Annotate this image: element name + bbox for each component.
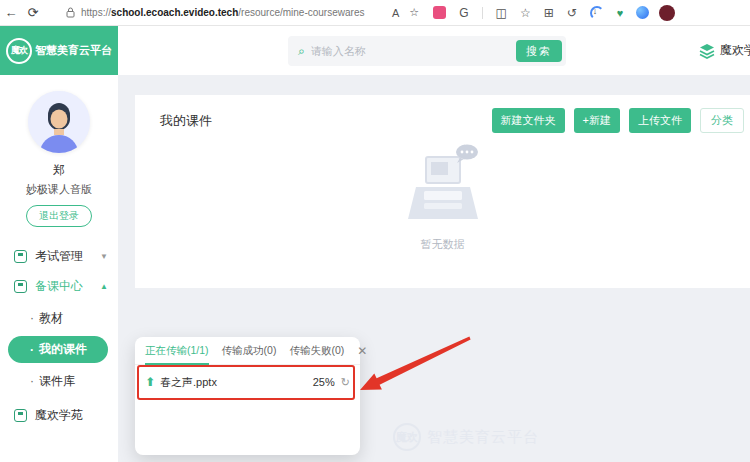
page-title: 我的课件 [160, 112, 212, 130]
platform-logo: 魔欢 智慧美育云平台 [0, 26, 118, 75]
sidebar-menu: 考试管理 ▼ 备课中心 ▲ · 教材 · 我的课件 · 课件库 [0, 241, 118, 430]
split-screen-icon[interactable]: ◫ [496, 6, 507, 20]
favorites-hub-icon[interactable]: ☆ [520, 6, 531, 20]
logo-text: 智慧美育云平台 [35, 43, 112, 58]
user-subtitle: 妙极课人音版 [0, 182, 118, 197]
layers-icon [699, 43, 715, 59]
browser-profile-avatar[interactable] [659, 5, 675, 21]
search-input[interactable] [311, 45, 516, 57]
menu-label: 备课中心 [35, 278, 83, 295]
user-avatar [28, 91, 90, 153]
empty-state-text: 暂无数据 [135, 237, 750, 252]
favorite-star-icon[interactable]: ☆ [409, 6, 419, 19]
toolbar: 新建文件夹 +新建 上传文件 分类 [492, 108, 744, 133]
sidebar: 郑 妙极课人音版 退出登录 考试管理 ▼ 备课中心 ▲ · 教材 · 我的课件 [0, 75, 118, 462]
sidebar-item-courseware-library[interactable]: · 课件库 [0, 368, 118, 394]
category-button[interactable]: 分类 [700, 108, 744, 133]
card-header: 我的课件 新建文件夹 +新建 上传文件 分类 [135, 95, 750, 133]
user-box: 郑 妙极课人音版 退出登录 [0, 75, 118, 227]
sidebar-item-exam-management[interactable]: 考试管理 ▼ [0, 241, 118, 271]
annotation-arrow [350, 330, 480, 400]
refresh-icon[interactable]: ⟳ [22, 5, 44, 20]
sub-item-label: 我的课件 [39, 341, 87, 358]
url-scheme: https:// [81, 7, 111, 18]
lesson-prep-icon [14, 280, 27, 293]
history-icon[interactable]: ↺ [567, 6, 577, 20]
chevron-down-icon: ▼ [100, 252, 108, 261]
new-button[interactable]: +新建 [574, 108, 620, 133]
search-button[interactable]: 搜索 [516, 40, 562, 62]
empty-box-icon [404, 143, 482, 227]
upload-arrow-icon: ⬆ [145, 375, 155, 389]
transfer-dialog: 正在传输(1/1) 传输成功(0) 传输失败(0) ✕ ⬆ 春之声.pptx 2… [135, 337, 360, 455]
logout-button[interactable]: 退出登录 [26, 205, 92, 227]
tab-transfer-failed[interactable]: 传输失败(0) [289, 337, 344, 365]
watermark: 魔欢 智慧美育云平台 [393, 423, 539, 451]
upload-row[interactable]: ⬆ 春之声.pptx 25% ↻ [135, 365, 360, 399]
address-bar[interactable]: https://school.ecoach.evideo.tech/resour… [58, 3, 388, 23]
menu-label: 考试管理 [35, 248, 83, 265]
transfer-tabs: 正在传输(1/1) 传输成功(0) 传输失败(0) ✕ [135, 337, 360, 365]
sidebar-item-mohuan-academy[interactable]: 魔欢学苑 [0, 400, 118, 430]
collections-icon[interactable]: ⊞ [544, 6, 554, 20]
back-icon[interactable]: ← [0, 5, 22, 20]
sub-item-label: 课件库 [39, 373, 75, 390]
sidebar-item-my-coursewares[interactable]: · 我的课件 [8, 336, 108, 363]
upload-file-button[interactable]: 上传文件 [629, 108, 691, 133]
main-content-card: 我的课件 新建文件夹 +新建 上传文件 分类 暂无数据 [135, 95, 750, 288]
empty-state: 暂无数据 [135, 143, 750, 252]
browser-essentials-icon[interactable]: ♥ [617, 7, 624, 19]
browser-chrome: ← ⟳ https://school.ecoach.evideo.tech/re… [0, 0, 750, 26]
exam-management-icon [14, 250, 27, 263]
extension-g-icon[interactable]: G [459, 6, 468, 20]
extension-badge-icon[interactable] [433, 6, 446, 19]
menu-label: 魔欢学苑 [35, 407, 83, 424]
sidebar-item-lesson-prep-center[interactable]: 备课中心 ▲ [0, 271, 118, 301]
read-aloud-icon[interactable]: A [392, 7, 399, 19]
downloads-icon[interactable]: ↓ [590, 6, 604, 20]
watermark-text: 智慧美育云平台 [427, 428, 539, 447]
upload-progress: 25% [313, 376, 335, 388]
sub-item-label: 教材 [39, 310, 63, 327]
url-host: school.ecoach.evideo.tech [111, 7, 238, 18]
close-icon[interactable]: ✕ [357, 344, 367, 358]
chevron-up-icon: ▲ [100, 282, 108, 291]
url-path: /resource/mine-coursewares [238, 7, 364, 18]
lock-icon [66, 7, 75, 18]
copilot-icon[interactable] [636, 6, 649, 19]
header-right-link[interactable]: 魔欢学苑 [699, 26, 750, 75]
url-text: https://school.ecoach.evideo.tech/resour… [81, 7, 364, 18]
toolbar-divider [482, 7, 483, 19]
app-window: ← ⟳ https://school.ecoach.evideo.tech/re… [0, 0, 750, 462]
new-folder-button[interactable]: 新建文件夹 [492, 108, 565, 133]
watermark-logo-icon: 魔欢 [393, 423, 421, 451]
search-bar[interactable]: ⌕ 搜索 [288, 36, 566, 66]
user-name: 郑 [0, 162, 118, 179]
sidebar-item-textbooks[interactable]: · 教材 [0, 305, 118, 331]
search-icon: ⌕ [298, 44, 305, 58]
academy-icon [14, 409, 27, 422]
logo-mark-icon: 魔欢 [6, 38, 32, 64]
tab-transferring[interactable]: 正在传输(1/1) [145, 337, 209, 365]
app-header: 魔欢 智慧美育云平台 ⌕ 搜索 魔欢学苑 [0, 26, 750, 75]
header-right-label: 魔欢学苑 [720, 42, 750, 59]
spinner-icon[interactable]: ↻ [341, 376, 350, 389]
upload-file-name: 春之声.pptx [160, 375, 217, 390]
tab-transfer-success[interactable]: 传输成功(0) [222, 337, 277, 365]
